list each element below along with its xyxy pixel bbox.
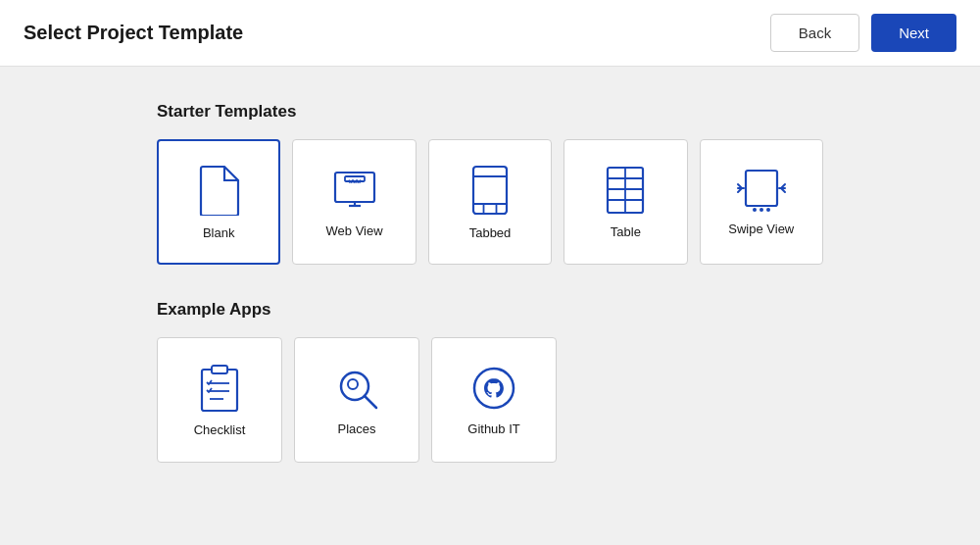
starter-templates-grid: Blank www Web View [157, 139, 823, 265]
header-buttons: Back Next [770, 14, 956, 52]
table-label: Table [611, 224, 641, 239]
template-card-checklist[interactable]: Checklist [157, 337, 282, 463]
swipe-view-label: Swipe View [728, 222, 794, 236]
tabbed-label: Tabbed [469, 225, 512, 240]
checklist-label: Checklist [194, 422, 246, 437]
svg-rect-15 [746, 171, 777, 206]
github-it-icon [470, 365, 517, 412]
starter-templates-title: Starter Templates [157, 102, 823, 122]
template-card-table[interactable]: Table [564, 139, 687, 265]
svg-point-33 [474, 369, 514, 408]
header: Select Project Template Back Next [0, 0, 980, 67]
example-apps-grid: Checklist Places [157, 337, 823, 463]
tabbed-icon [471, 165, 509, 216]
checklist-icon [198, 364, 241, 413]
web-view-label: Web View [326, 223, 383, 238]
web-view-icon: www [331, 167, 378, 214]
template-card-swipe-view[interactable]: Swipe View [700, 139, 823, 265]
svg-point-22 [753, 208, 757, 212]
template-card-web-view[interactable]: www Web View [292, 139, 416, 265]
svg-point-23 [760, 208, 763, 212]
example-apps-title: Example Apps [157, 300, 823, 320]
svg-rect-26 [212, 366, 227, 373]
blank-icon [197, 165, 240, 216]
svg-point-32 [348, 379, 358, 389]
svg-line-31 [365, 396, 376, 408]
swipe-view-icon [736, 169, 787, 212]
github-it-label: Github IT [467, 421, 519, 436]
places-icon [333, 365, 380, 412]
places-label: Places [337, 421, 375, 436]
back-button[interactable]: Back [770, 14, 859, 52]
template-card-places[interactable]: Places [294, 337, 419, 463]
template-card-tabbed[interactable]: Tabbed [428, 139, 552, 265]
svg-point-24 [766, 208, 770, 212]
starter-templates-section: Starter Templates Blank ww [157, 102, 823, 265]
template-card-blank[interactable]: Blank [157, 139, 280, 265]
blank-label: Blank [203, 225, 235, 240]
next-button[interactable]: Next [871, 14, 956, 52]
table-icon [606, 166, 645, 215]
main-content: Starter Templates Blank ww [0, 67, 980, 498]
svg-rect-5 [473, 167, 507, 214]
svg-text:www: www [348, 177, 361, 185]
page-title: Select Project Template [24, 22, 243, 44]
example-apps-section: Example Apps Checklist [157, 300, 823, 463]
template-card-github-it[interactable]: Github IT [431, 337, 557, 463]
